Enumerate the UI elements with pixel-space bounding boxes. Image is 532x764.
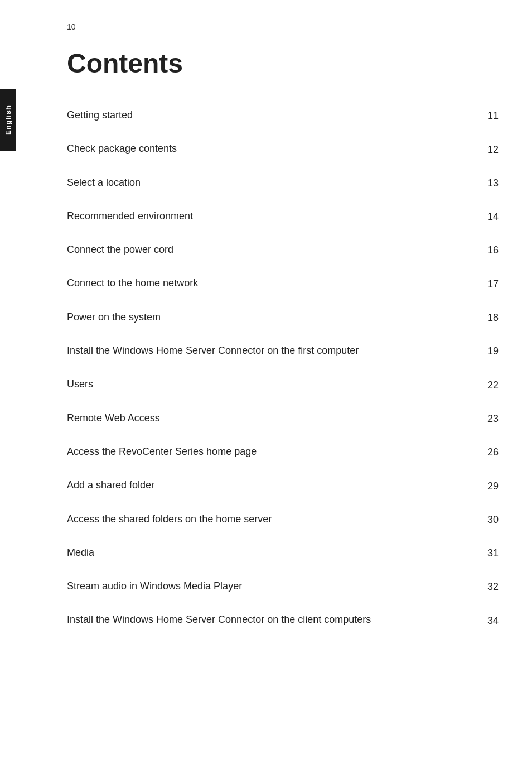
toc-item: Check package contents12 bbox=[67, 132, 499, 165]
toc-item-text: Check package contents bbox=[67, 142, 177, 155]
toc-item-text: Connect to the home network bbox=[67, 276, 198, 290]
toc-item-page: 30 bbox=[482, 514, 499, 526]
toc-item: Connect to the home network17 bbox=[67, 266, 499, 300]
toc-item-page: 14 bbox=[482, 211, 499, 223]
page-title: Contents bbox=[67, 48, 487, 79]
toc-item-page: 12 bbox=[482, 144, 499, 156]
toc-item-page: 29 bbox=[482, 480, 499, 492]
toc-item: Remote Web Access23 bbox=[67, 401, 499, 435]
toc-item-page: 32 bbox=[482, 581, 499, 593]
toc-item: Recommended environment14 bbox=[67, 199, 499, 233]
toc-item-page: 26 bbox=[482, 446, 499, 458]
toc-item-page: 17 bbox=[482, 278, 499, 290]
side-language-label: English bbox=[0, 89, 16, 151]
toc-item-text: Install the Windows Home Server Connecto… bbox=[67, 613, 371, 626]
page-container: English 10 Contents Getting started11Che… bbox=[0, 0, 532, 764]
toc-item: Access the shared folders on the home se… bbox=[67, 502, 499, 536]
toc-item-text: Remote Web Access bbox=[67, 411, 160, 425]
toc-item-page: 16 bbox=[482, 244, 499, 256]
toc-item-text: Select a location bbox=[67, 176, 141, 189]
toc-item-text: Install the Windows Home Server Connecto… bbox=[67, 344, 359, 357]
toc-item-page: 34 bbox=[482, 615, 499, 627]
toc-item-text: Getting started bbox=[67, 108, 133, 122]
toc-item-text: Connect the power cord bbox=[67, 243, 173, 256]
toc-item-page: 23 bbox=[482, 413, 499, 425]
toc-item: Users22 bbox=[67, 367, 499, 401]
toc-item: Install the Windows Home Server Connecto… bbox=[67, 603, 499, 636]
toc-item: Stream audio in Windows Media Player32 bbox=[67, 569, 499, 603]
toc-item-text: Media bbox=[67, 546, 94, 559]
toc-item: Install the Windows Home Server Connecto… bbox=[67, 334, 499, 367]
toc-item: Connect the power cord16 bbox=[67, 233, 499, 266]
toc-item-page: 22 bbox=[482, 379, 499, 391]
toc-item: Select a location13 bbox=[67, 166, 499, 199]
toc-item: Power on the system18 bbox=[67, 300, 499, 334]
toc-list: Getting started11Check package contents1… bbox=[67, 98, 499, 637]
toc-item-text: Recommended environment bbox=[67, 209, 193, 223]
toc-item-text: Add a shared folder bbox=[67, 478, 154, 492]
toc-item-page: 18 bbox=[482, 312, 499, 324]
page-number: 10 bbox=[67, 22, 487, 31]
toc-item-text: Stream audio in Windows Media Player bbox=[67, 579, 242, 593]
toc-item-text: Access the RevoCenter Series home page bbox=[67, 445, 257, 458]
toc-item: Access the RevoCenter Series home page26 bbox=[67, 435, 499, 468]
toc-item-page: 31 bbox=[482, 547, 499, 559]
toc-item: Getting started11 bbox=[67, 98, 499, 132]
toc-item-page: 13 bbox=[482, 177, 499, 189]
toc-item-text: Power on the system bbox=[67, 310, 161, 324]
toc-item: Media31 bbox=[67, 536, 499, 569]
toc-item-page: 11 bbox=[482, 110, 499, 122]
toc-item-page: 19 bbox=[482, 345, 499, 357]
toc-item: Add a shared folder29 bbox=[67, 468, 499, 502]
toc-item-text: Users bbox=[67, 377, 93, 391]
toc-item-text: Access the shared folders on the home se… bbox=[67, 512, 272, 526]
